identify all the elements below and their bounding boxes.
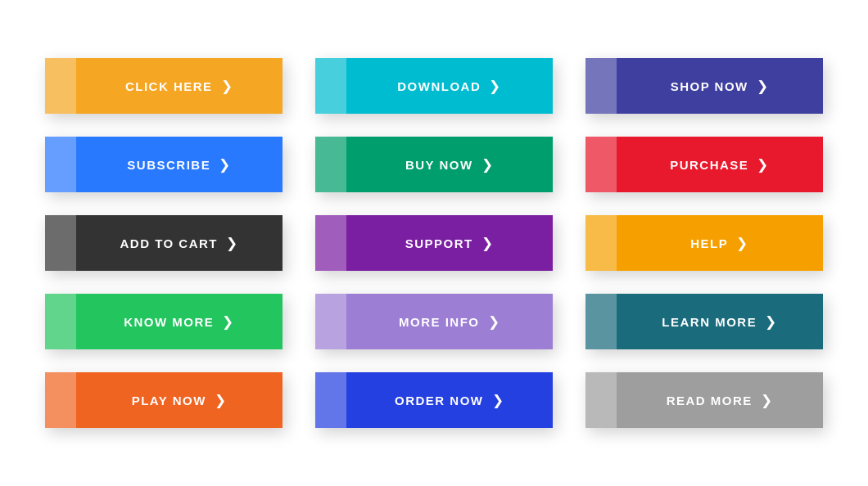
buy-now-label: BUY NOW❯	[315, 137, 553, 192]
button-grid: CLICK HERE❯DOWNLOAD❯SHOP NOW❯SUBSCRIBE❯B…	[12, 34, 856, 452]
learn-more-button[interactable]: LEARN MORE❯	[585, 294, 823, 349]
click-here-tab	[45, 58, 76, 114]
download-label: DOWNLOAD❯	[315, 58, 553, 114]
order-now-chevron-icon: ❯	[492, 394, 505, 407]
download-chevron-icon: ❯	[489, 79, 502, 93]
read-more-tab	[585, 372, 617, 428]
learn-more-chevron-icon: ❯	[765, 315, 778, 329]
subscribe-tab	[45, 137, 76, 192]
know-more-button[interactable]: KNOW MORE❯	[45, 294, 283, 349]
know-more-chevron-icon: ❯	[222, 315, 235, 329]
add-to-cart-chevron-icon: ❯	[226, 236, 239, 250]
add-to-cart-tab	[45, 215, 76, 271]
click-here-chevron-icon: ❯	[221, 79, 234, 93]
order-now-button[interactable]: ORDER NOW❯	[315, 372, 553, 428]
help-label: HELP❯	[585, 215, 823, 271]
purchase-chevron-icon: ❯	[757, 158, 770, 172]
play-now-button[interactable]: PLAY NOW❯	[45, 372, 283, 428]
shop-now-chevron-icon: ❯	[757, 79, 770, 93]
buy-now-button[interactable]: BUY NOW❯	[315, 137, 553, 192]
learn-more-tab	[585, 294, 617, 349]
order-now-tab	[315, 372, 346, 428]
read-more-chevron-icon: ❯	[761, 394, 774, 407]
download-button[interactable]: DOWNLOAD❯	[315, 58, 553, 114]
add-to-cart-label: ADD TO CART❯	[45, 215, 283, 271]
support-chevron-icon: ❯	[481, 236, 495, 250]
purchase-tab	[585, 137, 617, 192]
click-here-button[interactable]: CLICK HERE❯	[45, 58, 283, 114]
more-info-label: MORE INFO❯	[315, 294, 553, 349]
know-more-label: KNOW MORE❯	[45, 294, 283, 349]
more-info-button[interactable]: MORE INFO❯	[315, 294, 553, 349]
subscribe-chevron-icon: ❯	[219, 158, 232, 172]
play-now-label: PLAY NOW❯	[45, 372, 283, 428]
purchase-label: PURCHASE❯	[585, 137, 823, 192]
buy-now-tab	[315, 137, 346, 192]
subscribe-label: SUBSCRIBE❯	[45, 137, 283, 192]
subscribe-button[interactable]: SUBSCRIBE❯	[45, 137, 283, 192]
support-button[interactable]: SUPPORT❯	[315, 215, 553, 271]
help-tab	[585, 215, 617, 271]
support-tab	[315, 215, 346, 271]
add-to-cart-button[interactable]: ADD TO CART❯	[45, 215, 283, 271]
click-here-label: CLICK HERE❯	[45, 58, 283, 114]
shop-now-tab	[585, 58, 617, 114]
help-button[interactable]: HELP❯	[585, 215, 823, 271]
play-now-chevron-icon: ❯	[215, 394, 228, 407]
read-more-button[interactable]: READ MORE❯	[585, 372, 823, 428]
shop-now-label: SHOP NOW❯	[585, 58, 823, 114]
know-more-tab	[45, 294, 76, 349]
shop-now-button[interactable]: SHOP NOW❯	[585, 58, 823, 114]
more-info-tab	[315, 294, 346, 349]
more-info-chevron-icon: ❯	[488, 315, 501, 329]
learn-more-label: LEARN MORE❯	[585, 294, 823, 349]
support-label: SUPPORT❯	[315, 215, 553, 271]
download-tab	[315, 58, 346, 114]
read-more-label: READ MORE❯	[585, 372, 823, 428]
help-chevron-icon: ❯	[736, 236, 749, 250]
purchase-button[interactable]: PURCHASE❯	[585, 137, 823, 192]
order-now-label: ORDER NOW❯	[315, 372, 553, 428]
play-now-tab	[45, 372, 76, 428]
buy-now-chevron-icon: ❯	[481, 158, 495, 172]
